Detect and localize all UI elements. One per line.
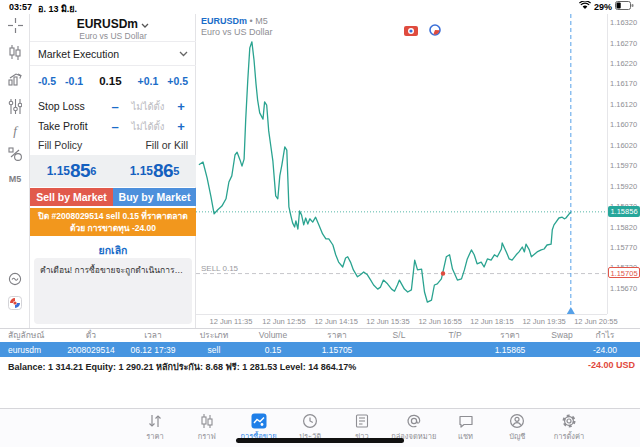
wifi-icon <box>579 1 591 12</box>
current-price-tag: 1.15856 <box>608 206 640 217</box>
stop-loss-plus-button[interactable]: + <box>174 99 188 114</box>
account-summary: Balance: 1 314.21 Equity: 1 290.21 หลักป… <box>0 357 640 374</box>
stop-loss-row: Stop Loss – ไม่ได้ตั้ง + <box>30 96 196 116</box>
table-header-cell: หมายเหตุ <box>624 329 640 342</box>
stop-loss-value[interactable]: ไม่ได้ตั้ง <box>122 99 174 114</box>
cancel-button[interactable]: ยกเลิก <box>30 242 196 259</box>
stop-loss-minus-button[interactable]: – <box>108 99 122 114</box>
take-profit-value[interactable]: ไม่ได้ตั้ง <box>122 119 174 134</box>
market-hours-clock-icon[interactable] <box>429 22 441 40</box>
close-position-banner[interactable]: ปิด #2008029514 sell 0.15 ที่ราคาตลาดด้ว… <box>30 208 196 236</box>
price-line-chart[interactable] <box>196 14 607 314</box>
ask-price: 1.15865 <box>113 155 196 187</box>
candlestick-icon[interactable] <box>0 45 30 64</box>
bid-pips: 85 <box>70 160 90 182</box>
volume-value[interactable]: 0.15 <box>83 75 137 87</box>
trading-warning: คำเตือน! การซื้อขายจะถูกดำเนินการตามสภาพ… <box>34 258 192 324</box>
price-tick-label: 1.16120 <box>610 100 640 109</box>
chart-symbol-header[interactable]: EURUSDm • M5 <box>201 16 268 26</box>
order-type-dropdown[interactable]: Market Execution <box>30 41 196 66</box>
chevron-down-icon <box>179 51 188 57</box>
take-profit-label: Take Profit <box>38 120 108 132</box>
bid-whole: 1.15 <box>47 164 70 178</box>
signals-icon[interactable] <box>0 272 30 290</box>
take-profit-minus-button[interactable]: – <box>108 119 122 134</box>
gear-icon <box>561 413 577 429</box>
price-tick-label: 1.16070 <box>610 120 640 129</box>
chart-symbol-description: Euro vs US Dollar <box>201 27 273 37</box>
fill-policy-label: Fill Policy <box>38 139 145 151</box>
table-cell: eurusdm <box>0 342 62 358</box>
price-tick-label: 1.16270 <box>610 39 640 48</box>
table-header-cell: ตั๋ว <box>62 329 120 342</box>
take-profit-plus-button[interactable]: + <box>174 119 188 134</box>
nav-accounts[interactable]: บัญชี <box>494 413 540 442</box>
table-header-cell: ประเภท <box>186 329 242 342</box>
nav-label: การตั้งค่า <box>554 430 585 442</box>
table-cell: -24.00 <box>586 342 624 358</box>
floating-profit: -24.00 USD <box>588 360 635 370</box>
take-profit-row: Take Profit – ไม่ได้ตั้ง + <box>30 116 196 136</box>
nav-label: ราคา <box>146 430 163 442</box>
positions-table: สัญลักษณ์ตั๋วเวลาประเภทVolumeราคาS/LT/Pร… <box>0 328 640 358</box>
price-tick-label: 1.15820 <box>610 223 640 232</box>
home-indicator[interactable] <box>236 438 404 443</box>
table-header-cell: S/L <box>370 329 428 342</box>
arrows-up-down-icon <box>147 413 163 429</box>
chart-toolbar-sidebar: f M5 <box>0 14 30 328</box>
table-row[interactable]: eurusdm200802951406.12 17:39sell0.151.15… <box>0 342 640 358</box>
clock-time: 03:57 <box>9 2 32 12</box>
order-panel: EURUSDm Euro vs US Dollar Market Executi… <box>30 14 196 328</box>
person-circle-icon <box>509 413 525 429</box>
community-icon[interactable] <box>0 296 30 314</box>
price-tick-label: 1.15920 <box>610 182 640 191</box>
table-header-cell: T/P <box>428 329 482 342</box>
table-cell: 2008029514 <box>62 342 120 358</box>
volume-dec-small-button[interactable]: -0.1 <box>65 75 83 87</box>
indicators-icon[interactable] <box>0 72 30 90</box>
table-header-cell: Swap <box>538 329 586 342</box>
sliders-icon[interactable] <box>0 99 30 118</box>
battery-percent: 29% <box>594 2 612 12</box>
table-header-cell: Volume <box>242 329 304 342</box>
volume-dec-large-button[interactable]: -0.5 <box>38 75 56 87</box>
price-tick-label: 1.16320 <box>610 18 640 27</box>
volume-inc-small-button[interactable]: +0.1 <box>138 75 159 87</box>
chart-timeframe: • M5 <box>250 16 268 26</box>
function-icon[interactable]: f <box>0 123 30 139</box>
nav-quotes[interactable]: ราคา <box>132 413 178 442</box>
price-tick-label: 1.15670 <box>610 284 640 293</box>
price-tick-label: 1.16170 <box>610 79 640 88</box>
nav-charts[interactable]: กราฟ <box>184 413 230 442</box>
volume-inc-large-button[interactable]: +0.5 <box>167 75 188 87</box>
nav-chat[interactable]: แชท <box>443 413 489 442</box>
price-tick-label: 1.16220 <box>610 59 640 68</box>
chevron-down-icon <box>141 23 149 28</box>
chart-area[interactable]: EURUSDm • M5 Euro vs US Dollar 1.163201.… <box>196 14 640 328</box>
nav-settings[interactable]: การตั้งค่า <box>546 413 592 442</box>
stop-loss-label: Stop Loss <box>38 100 108 112</box>
table-cell: sell <box>186 342 242 358</box>
ask-point: 5 <box>173 165 179 177</box>
candlestick-icon <box>199 413 215 429</box>
balance-summary: Balance: 1 314.21 Equity: 1 290.21 หลักป… <box>8 360 356 374</box>
volume-row: -0.5 -0.1 0.15 +0.1 +0.5 <box>30 70 196 92</box>
position-price-tag: 1.15705 <box>608 267 640 278</box>
one-click-trading-icon[interactable] <box>404 22 418 40</box>
buy-by-market-button[interactable]: Buy by Market <box>113 188 196 206</box>
price-tick-label: 1.16020 <box>610 141 640 150</box>
mt5-trading-app: { "status_bar": { "time": "03:57", "date… <box>0 0 640 447</box>
crosshair-icon[interactable] <box>0 18 30 37</box>
table-header-cell: ราคา <box>482 329 538 342</box>
symbol-selector[interactable]: EURUSDm <box>30 17 196 31</box>
fill-policy-row[interactable]: Fill Policy Fill or Kill <box>30 135 196 155</box>
order-type-value: Market Execution <box>38 48 119 60</box>
table-cell: 1.15865 <box>482 342 538 358</box>
sell-by-market-button[interactable]: Sell by Market <box>30 188 113 206</box>
symbol-name: EURUSDm <box>77 17 138 31</box>
clock-icon <box>302 413 318 429</box>
table-header-cell: ราคา <box>304 329 370 342</box>
table-cell: 06.12 17:39 <box>120 342 186 358</box>
timeframe-button[interactable]: M5 <box>0 174 30 184</box>
objects-icon[interactable] <box>0 147 30 166</box>
